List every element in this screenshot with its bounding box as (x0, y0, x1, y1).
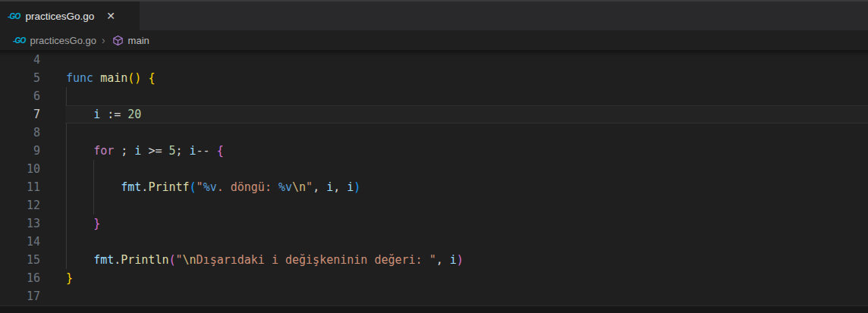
code-token: i (347, 180, 354, 194)
code-token: main (100, 71, 127, 85)
code-line-content[interactable]: fmt.Printf("%v. döngü: %v\n", i, i) (65, 178, 868, 196)
code-token: , (436, 253, 450, 267)
code-token: 20 (127, 108, 141, 121)
code-token: \n (292, 180, 306, 194)
line-number[interactable]: 14 (0, 233, 65, 251)
line-number[interactable]: 15 (0, 251, 65, 269)
line-number[interactable]: 8 (0, 124, 65, 142)
code-token: -- (197, 144, 210, 158)
code-token: " (176, 253, 183, 267)
breadcrumb-item-symbol[interactable]: main (128, 35, 149, 46)
code-line-content[interactable] (65, 160, 868, 178)
breadcrumb: -GO practicesGo.go › main (0, 30, 868, 50)
code-token: { (148, 71, 155, 85)
line-number[interactable]: 12 (0, 196, 65, 214)
code-line-content[interactable] (65, 287, 868, 305)
code-token: ) (354, 180, 360, 194)
code-token: >= (148, 144, 162, 158)
vscode-window: -GO practicesGo.go ✕ -GO practicesGo.go … (0, 0, 868, 313)
code-line-12[interactable]: 12 (0, 196, 868, 214)
line-number[interactable]: 9 (0, 142, 65, 160)
code-token: { (217, 144, 224, 158)
code-token: , (313, 180, 326, 194)
code-token: ) (457, 253, 464, 267)
code-editor[interactable]: 45func main() {67 i := 2089 for ; i >= 5… (0, 50, 868, 305)
code-token: i (93, 108, 100, 121)
code-line-13[interactable]: 13 } (0, 214, 868, 233)
code-token: fmt (93, 253, 114, 267)
code-line-10[interactable]: 10 (0, 160, 868, 178)
tab-bar: -GO practicesGo.go ✕ (0, 0, 868, 30)
code-token: fmt (121, 180, 141, 194)
code-token (121, 108, 127, 121)
code-line-content[interactable] (65, 233, 868, 251)
code-line-content[interactable] (65, 196, 868, 214)
go-file-icon: -GO (13, 36, 26, 45)
go-file-icon: -GO (8, 12, 20, 20)
code-token: := (107, 108, 121, 121)
code-token: " (429, 253, 436, 267)
code-line-7[interactable]: 7 i := 20 (0, 105, 868, 124)
code-line-content[interactable]: } (65, 214, 868, 233)
symbol-method-icon (112, 35, 124, 46)
line-number[interactable]: 7 (0, 105, 65, 124)
code-token: . (114, 253, 121, 267)
code-token: " (197, 180, 203, 194)
code-token (66, 144, 93, 158)
code-token: ; (176, 144, 190, 158)
code-lines[interactable]: 45func main() {67 i := 2089 for ; i >= 5… (0, 50, 868, 305)
code-token: 5 (168, 144, 175, 158)
code-line-content[interactable]: } (65, 269, 868, 287)
code-line-8[interactable]: 8 (0, 124, 868, 142)
line-number[interactable]: 6 (0, 87, 65, 105)
code-line-5[interactable]: 5func main() { (0, 69, 868, 87)
line-number[interactable]: 17 (0, 287, 65, 305)
code-line-content[interactable] (65, 124, 868, 142)
code-token: " (306, 180, 313, 194)
line-number[interactable]: 5 (0, 69, 65, 87)
code-line-4[interactable]: 4 (0, 51, 868, 69)
code-token: i (326, 180, 333, 194)
code-token (66, 253, 93, 267)
code-token: ( (190, 180, 197, 194)
line-number[interactable]: 11 (0, 178, 65, 196)
line-number[interactable]: 10 (0, 160, 65, 178)
code-token: i (134, 144, 141, 158)
code-line-content[interactable]: func main() { (65, 69, 868, 87)
code-line-content[interactable]: for ; i >= 5; i-- { (65, 142, 868, 160)
line-number[interactable]: 4 (0, 51, 65, 69)
code-token: \n (183, 253, 197, 267)
code-token (93, 71, 100, 85)
code-token: Println (121, 253, 168, 267)
code-token: Printf (148, 180, 189, 194)
code-token (66, 108, 93, 121)
line-number[interactable]: 13 (0, 214, 65, 233)
code-line-content[interactable] (65, 51, 868, 69)
code-line-6[interactable]: 6 (0, 87, 868, 105)
code-token (66, 180, 121, 194)
tab-practicesgo[interactable]: -GO practicesGo.go ✕ (0, 2, 140, 30)
code-token: ) (134, 71, 141, 85)
close-icon[interactable]: ✕ (106, 11, 115, 21)
code-token: %v (278, 180, 292, 194)
code-line-11[interactable]: 11 fmt.Printf("%v. döngü: %v\n", i, i) (0, 178, 868, 196)
code-line-17[interactable]: 17 (0, 287, 868, 305)
code-token: Dışarıdaki i değişkeninin değeri: (197, 253, 429, 267)
code-line-content[interactable]: i := 20 (65, 105, 868, 124)
code-token (210, 144, 217, 158)
code-line-content[interactable] (65, 87, 868, 105)
breadcrumb-item-file[interactable]: practicesGo.go (30, 35, 96, 46)
code-line-content[interactable]: fmt.Println("\nDışarıdaki i değişkeninin… (65, 251, 868, 269)
code-token: } (93, 217, 100, 230)
line-number[interactable]: 16 (0, 269, 65, 287)
code-line-14[interactable]: 14 (0, 233, 868, 251)
code-token: i (450, 253, 457, 267)
code-line-9[interactable]: 9 for ; i >= 5; i-- { (0, 142, 868, 160)
chevron-right-icon: › (102, 34, 105, 46)
code-token: ( (168, 253, 175, 267)
code-line-15[interactable]: 15 fmt.Println("\nDışarıdaki i değişkeni… (0, 251, 868, 269)
code-token (66, 217, 93, 230)
code-line-16[interactable]: 16} (0, 269, 868, 287)
code-token: func (66, 71, 93, 85)
code-token (100, 108, 107, 121)
